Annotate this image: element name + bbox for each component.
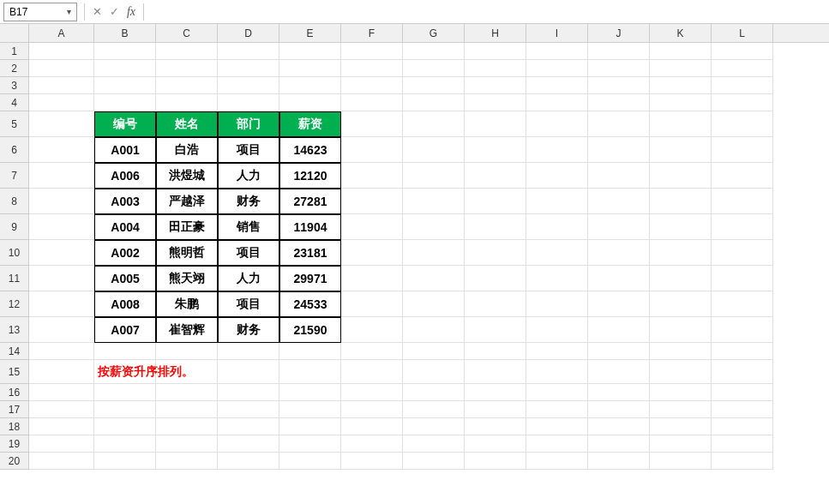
table-cell[interactable]: 27281: [279, 189, 341, 214]
cell-G15[interactable]: [403, 360, 465, 384]
cell-H1[interactable]: [465, 43, 526, 60]
table-header[interactable]: 薪资: [279, 111, 341, 137]
cell-F17[interactable]: [341, 401, 403, 418]
cell-K16[interactable]: [650, 384, 712, 401]
row-header-10[interactable]: 10: [0, 240, 28, 266]
cell-H18[interactable]: [465, 418, 526, 435]
col-header-K[interactable]: K: [650, 24, 712, 42]
cell-D2[interactable]: [218, 60, 279, 77]
table-cell[interactable]: A005: [94, 266, 156, 291]
cell-I11[interactable]: [526, 266, 588, 291]
cell-I10[interactable]: [526, 240, 588, 266]
cell-C18[interactable]: [156, 418, 218, 435]
cell-J3[interactable]: [588, 77, 650, 94]
cell-E3[interactable]: [279, 77, 341, 94]
cell-A19[interactable]: [29, 435, 94, 453]
cell-J18[interactable]: [588, 418, 650, 435]
cell-H4[interactable]: [465, 94, 526, 111]
cell-A17[interactable]: [29, 401, 94, 418]
cell-F9[interactable]: [341, 214, 403, 240]
table-cell[interactable]: 12120: [279, 163, 341, 189]
cell-G9[interactable]: [403, 214, 465, 240]
cell-B18[interactable]: [94, 418, 156, 435]
cell-L18[interactable]: [712, 418, 773, 435]
row-header-2[interactable]: 2: [0, 60, 28, 77]
cell-F6[interactable]: [341, 137, 403, 163]
cell-F20[interactable]: [341, 453, 403, 470]
cell-L6[interactable]: [712, 137, 773, 163]
table-header[interactable]: 姓名: [156, 111, 218, 137]
row-header-1[interactable]: 1: [0, 43, 28, 60]
note-text[interactable]: 按薪资升序排列。: [94, 360, 266, 384]
cell-I20[interactable]: [526, 453, 588, 470]
cell-E2[interactable]: [279, 60, 341, 77]
cell-L14[interactable]: [712, 343, 773, 360]
cell-H19[interactable]: [465, 435, 526, 453]
table-cell[interactable]: 21590: [279, 317, 341, 343]
cell-K11[interactable]: [650, 266, 712, 291]
cell-K15[interactable]: [650, 360, 712, 384]
cell-L3[interactable]: [712, 77, 773, 94]
col-header-L[interactable]: L: [712, 24, 773, 42]
table-cell[interactable]: 熊明哲: [156, 240, 218, 266]
formula-input[interactable]: [147, 3, 829, 21]
cell-A3[interactable]: [29, 77, 94, 94]
table-header[interactable]: 部门: [218, 111, 279, 137]
cell-I14[interactable]: [526, 343, 588, 360]
cell-I3[interactable]: [526, 77, 588, 94]
table-cell[interactable]: 白浩: [156, 137, 218, 163]
col-header-J[interactable]: J: [588, 24, 650, 42]
cell-A16[interactable]: [29, 384, 94, 401]
cell-J17[interactable]: [588, 401, 650, 418]
cell-F16[interactable]: [341, 384, 403, 401]
table-cell[interactable]: 财务: [218, 189, 279, 214]
cell-I7[interactable]: [526, 163, 588, 189]
table-cell[interactable]: 财务: [218, 317, 279, 343]
table-cell[interactable]: 崔智辉: [156, 317, 218, 343]
cell-F3[interactable]: [341, 77, 403, 94]
row-header-11[interactable]: 11: [0, 266, 28, 291]
cell-F12[interactable]: [341, 291, 403, 317]
row-header-14[interactable]: 14: [0, 343, 28, 360]
col-header-D[interactable]: D: [218, 24, 279, 42]
row-header-13[interactable]: 13: [0, 317, 28, 343]
row-header-15[interactable]: 15: [0, 360, 28, 384]
cell-L8[interactable]: [712, 189, 773, 214]
cell-I6[interactable]: [526, 137, 588, 163]
col-header-F[interactable]: F: [341, 24, 403, 42]
table-cell[interactable]: 14623: [279, 137, 341, 163]
cell-E16[interactable]: [279, 384, 341, 401]
cell-L13[interactable]: [712, 317, 773, 343]
cell-I18[interactable]: [526, 418, 588, 435]
fx-icon[interactable]: fx: [123, 3, 140, 21]
cell-L20[interactable]: [712, 453, 773, 470]
cell-L4[interactable]: [712, 94, 773, 111]
cell-B19[interactable]: [94, 435, 156, 453]
col-header-H[interactable]: H: [465, 24, 526, 42]
cell-F10[interactable]: [341, 240, 403, 266]
cell-L12[interactable]: [712, 291, 773, 317]
cell-H12[interactable]: [465, 291, 526, 317]
cell-A10[interactable]: [29, 240, 94, 266]
cell-H14[interactable]: [465, 343, 526, 360]
cell-H17[interactable]: [465, 401, 526, 418]
cell-K3[interactable]: [650, 77, 712, 94]
cell-C19[interactable]: [156, 435, 218, 453]
cell-I13[interactable]: [526, 317, 588, 343]
cell-D3[interactable]: [218, 77, 279, 94]
cell-J6[interactable]: [588, 137, 650, 163]
cell-D17[interactable]: [218, 401, 279, 418]
cell-K4[interactable]: [650, 94, 712, 111]
table-cell[interactable]: 项目: [218, 240, 279, 266]
cell-A18[interactable]: [29, 418, 94, 435]
cell-A6[interactable]: [29, 137, 94, 163]
row-header-17[interactable]: 17: [0, 401, 28, 418]
cell-I12[interactable]: [526, 291, 588, 317]
name-box[interactable]: B17 ▾: [3, 3, 77, 21]
cell-G8[interactable]: [403, 189, 465, 214]
cell-C2[interactable]: [156, 60, 218, 77]
cell-F11[interactable]: [341, 266, 403, 291]
cell-K18[interactable]: [650, 418, 712, 435]
cell-H9[interactable]: [465, 214, 526, 240]
cell-H16[interactable]: [465, 384, 526, 401]
